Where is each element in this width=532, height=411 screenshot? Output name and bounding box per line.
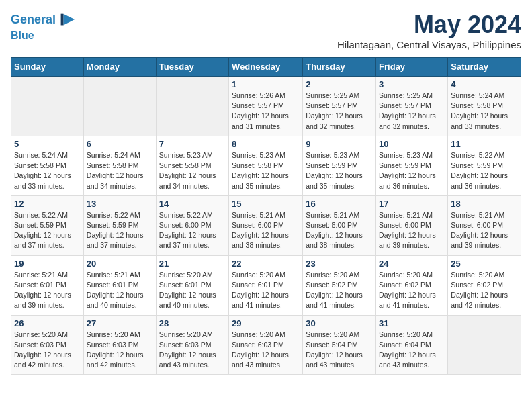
calendar-cell: 4Sunrise: 5:24 AM Sunset: 5:58 PM Daylig… bbox=[448, 77, 521, 136]
calendar-cell: 26Sunrise: 5:20 AM Sunset: 6:03 PM Dayli… bbox=[11, 315, 84, 375]
week-row-2: 5Sunrise: 5:24 AM Sunset: 5:58 PM Daylig… bbox=[11, 136, 521, 195]
calendar-cell bbox=[11, 77, 84, 136]
col-header-sunday: Sunday bbox=[11, 58, 84, 77]
day-info: Sunrise: 5:20 AM Sunset: 6:01 PM Dayligh… bbox=[232, 270, 300, 311]
day-number: 14 bbox=[159, 199, 226, 209]
day-number: 16 bbox=[306, 199, 373, 209]
calendar-cell: 5Sunrise: 5:24 AM Sunset: 5:58 PM Daylig… bbox=[11, 136, 84, 195]
day-number: 24 bbox=[379, 259, 445, 269]
day-info: Sunrise: 5:21 AM Sunset: 6:00 PM Dayligh… bbox=[232, 210, 300, 251]
col-header-tuesday: Tuesday bbox=[156, 58, 228, 77]
day-number: 5 bbox=[14, 139, 81, 149]
header: General Blue May 2024 Hilantagaan, Centr… bbox=[11, 11, 521, 50]
day-info: Sunrise: 5:20 AM Sunset: 6:01 PM Dayligh… bbox=[159, 270, 226, 311]
calendar-cell: 7Sunrise: 5:23 AM Sunset: 5:58 PM Daylig… bbox=[156, 136, 228, 195]
day-number: 3 bbox=[379, 79, 445, 89]
day-number: 17 bbox=[379, 199, 445, 209]
day-number: 19 bbox=[14, 259, 81, 269]
day-info: Sunrise: 5:22 AM Sunset: 6:00 PM Dayligh… bbox=[159, 210, 226, 251]
day-info: Sunrise: 5:22 AM Sunset: 5:59 PM Dayligh… bbox=[87, 210, 153, 251]
day-number: 21 bbox=[159, 259, 226, 269]
week-row-4: 19Sunrise: 5:21 AM Sunset: 6:01 PM Dayli… bbox=[11, 255, 521, 315]
calendar-cell: 24Sunrise: 5:20 AM Sunset: 6:02 PM Dayli… bbox=[376, 255, 448, 315]
day-number: 26 bbox=[14, 318, 81, 328]
day-info: Sunrise: 5:20 AM Sunset: 6:04 PM Dayligh… bbox=[306, 330, 373, 371]
day-info: Sunrise: 5:25 AM Sunset: 5:57 PM Dayligh… bbox=[379, 91, 445, 132]
day-info: Sunrise: 5:22 AM Sunset: 5:59 PM Dayligh… bbox=[14, 210, 81, 251]
day-number: 8 bbox=[232, 139, 300, 149]
day-info: Sunrise: 5:23 AM Sunset: 5:58 PM Dayligh… bbox=[232, 150, 300, 191]
calendar-cell: 16Sunrise: 5:21 AM Sunset: 6:00 PM Dayli… bbox=[303, 195, 376, 255]
calendar-cell: 23Sunrise: 5:20 AM Sunset: 6:02 PM Dayli… bbox=[303, 255, 376, 315]
svg-rect-1 bbox=[61, 14, 64, 26]
day-number: 4 bbox=[451, 79, 518, 89]
calendar-cell bbox=[448, 315, 521, 375]
calendar-cell: 2Sunrise: 5:25 AM Sunset: 5:57 PM Daylig… bbox=[303, 77, 376, 136]
calendar-cell: 9Sunrise: 5:23 AM Sunset: 5:59 PM Daylig… bbox=[303, 136, 376, 195]
day-number: 10 bbox=[379, 139, 445, 149]
week-row-1: 1Sunrise: 5:26 AM Sunset: 5:57 PM Daylig… bbox=[11, 77, 521, 136]
calendar-cell: 14Sunrise: 5:22 AM Sunset: 6:00 PM Dayli… bbox=[156, 195, 228, 255]
calendar-cell: 17Sunrise: 5:21 AM Sunset: 6:00 PM Dayli… bbox=[376, 195, 448, 255]
location: Hilantagaan, Central Visayas, Philippine… bbox=[337, 39, 521, 50]
day-number: 6 bbox=[87, 139, 153, 149]
day-number: 11 bbox=[451, 139, 518, 149]
day-info: Sunrise: 5:21 AM Sunset: 6:01 PM Dayligh… bbox=[87, 270, 153, 311]
month-year: May 2024 bbox=[337, 11, 521, 39]
day-number: 20 bbox=[87, 259, 153, 269]
col-header-wednesday: Wednesday bbox=[229, 58, 303, 77]
logo: General Blue bbox=[11, 11, 76, 42]
logo-blue: Blue bbox=[11, 30, 76, 42]
day-info: Sunrise: 5:21 AM Sunset: 6:00 PM Dayligh… bbox=[306, 210, 373, 251]
calendar-cell: 15Sunrise: 5:21 AM Sunset: 6:00 PM Dayli… bbox=[229, 195, 303, 255]
day-info: Sunrise: 5:21 AM Sunset: 6:01 PM Dayligh… bbox=[14, 270, 81, 311]
logo-icon bbox=[57, 11, 76, 30]
calendar-cell: 1Sunrise: 5:26 AM Sunset: 5:57 PM Daylig… bbox=[229, 77, 303, 136]
title-area: May 2024 Hilantagaan, Central Visayas, P… bbox=[337, 11, 521, 50]
day-number: 18 bbox=[451, 199, 518, 209]
calendar-cell: 10Sunrise: 5:23 AM Sunset: 5:59 PM Dayli… bbox=[376, 136, 448, 195]
calendar-cell bbox=[83, 77, 156, 136]
calendar-cell: 31Sunrise: 5:20 AM Sunset: 6:04 PM Dayli… bbox=[376, 315, 448, 375]
calendar-cell: 22Sunrise: 5:20 AM Sunset: 6:01 PM Dayli… bbox=[229, 255, 303, 315]
week-row-3: 12Sunrise: 5:22 AM Sunset: 5:59 PM Dayli… bbox=[11, 195, 521, 255]
day-info: Sunrise: 5:23 AM Sunset: 5:58 PM Dayligh… bbox=[159, 150, 226, 191]
day-number: 29 bbox=[232, 318, 300, 328]
calendar-cell: 29Sunrise: 5:20 AM Sunset: 6:03 PM Dayli… bbox=[229, 315, 303, 375]
day-number: 31 bbox=[379, 318, 445, 328]
calendar-cell: 6Sunrise: 5:24 AM Sunset: 5:58 PM Daylig… bbox=[83, 136, 156, 195]
calendar-cell: 25Sunrise: 5:20 AM Sunset: 6:02 PM Dayli… bbox=[448, 255, 521, 315]
calendar-cell: 11Sunrise: 5:22 AM Sunset: 5:59 PM Dayli… bbox=[448, 136, 521, 195]
calendar-cell: 12Sunrise: 5:22 AM Sunset: 5:59 PM Dayli… bbox=[11, 195, 84, 255]
day-number: 23 bbox=[306, 259, 373, 269]
col-header-saturday: Saturday bbox=[448, 58, 521, 77]
day-number: 27 bbox=[87, 318, 153, 328]
calendar-cell: 30Sunrise: 5:20 AM Sunset: 6:04 PM Dayli… bbox=[303, 315, 376, 375]
calendar-cell: 8Sunrise: 5:23 AM Sunset: 5:58 PM Daylig… bbox=[229, 136, 303, 195]
day-number: 1 bbox=[232, 79, 300, 89]
day-number: 9 bbox=[306, 139, 373, 149]
day-info: Sunrise: 5:20 AM Sunset: 6:04 PM Dayligh… bbox=[379, 330, 445, 371]
calendar-cell: 18Sunrise: 5:21 AM Sunset: 6:00 PM Dayli… bbox=[448, 195, 521, 255]
day-info: Sunrise: 5:25 AM Sunset: 5:57 PM Dayligh… bbox=[306, 91, 373, 132]
day-info: Sunrise: 5:21 AM Sunset: 6:00 PM Dayligh… bbox=[451, 210, 518, 251]
day-info: Sunrise: 5:20 AM Sunset: 6:03 PM Dayligh… bbox=[159, 330, 226, 371]
day-number: 28 bbox=[159, 318, 226, 328]
calendar-cell bbox=[156, 77, 228, 136]
day-info: Sunrise: 5:20 AM Sunset: 6:02 PM Dayligh… bbox=[451, 270, 518, 311]
svg-marker-0 bbox=[63, 14, 75, 26]
day-number: 25 bbox=[451, 259, 518, 269]
calendar-cell: 28Sunrise: 5:20 AM Sunset: 6:03 PM Dayli… bbox=[156, 315, 228, 375]
logo-text: General bbox=[11, 13, 56, 27]
calendar-cell: 21Sunrise: 5:20 AM Sunset: 6:01 PM Dayli… bbox=[156, 255, 228, 315]
calendar-cell: 27Sunrise: 5:20 AM Sunset: 6:03 PM Dayli… bbox=[83, 315, 156, 375]
day-info: Sunrise: 5:20 AM Sunset: 6:03 PM Dayligh… bbox=[87, 330, 153, 371]
day-number: 22 bbox=[232, 259, 300, 269]
day-info: Sunrise: 5:24 AM Sunset: 5:58 PM Dayligh… bbox=[87, 150, 153, 191]
day-number: 13 bbox=[87, 199, 153, 209]
calendar-cell: 13Sunrise: 5:22 AM Sunset: 5:59 PM Dayli… bbox=[83, 195, 156, 255]
day-info: Sunrise: 5:21 AM Sunset: 6:00 PM Dayligh… bbox=[379, 210, 445, 251]
week-row-5: 26Sunrise: 5:20 AM Sunset: 6:03 PM Dayli… bbox=[11, 315, 521, 375]
day-number: 30 bbox=[306, 318, 373, 328]
day-number: 12 bbox=[14, 199, 81, 209]
